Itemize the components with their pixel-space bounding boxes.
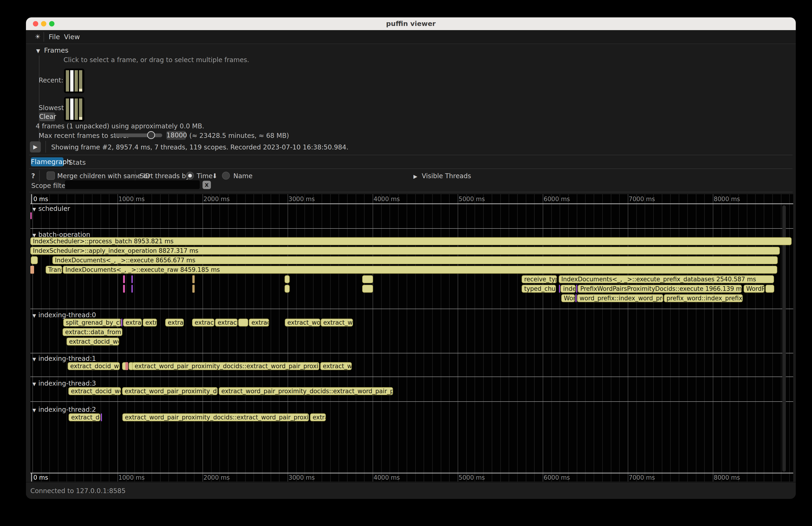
scope-bar[interactable]: IndexDocuments<_, _>::execute 8656.677 m… xyxy=(53,256,778,264)
sort-name-radio[interactable] xyxy=(222,172,230,179)
scope-bar[interactable]: extract_word_pair_proximity_docids::extr… xyxy=(219,387,393,395)
scope-bar[interactable]: extract_ xyxy=(215,319,237,326)
scope-bar[interactable]: extra xyxy=(143,319,157,326)
scope-bar[interactable]: typed_chunk::w xyxy=(522,285,556,293)
thread-header[interactable]: ▼scheduler xyxy=(32,205,70,213)
scope-bar[interactable]: index xyxy=(561,285,576,293)
scope-marker[interactable] xyxy=(125,362,128,370)
scope-marker[interactable] xyxy=(192,275,195,283)
scope-bar[interactable] xyxy=(31,256,38,264)
scope-marker[interactable] xyxy=(559,285,560,293)
frame-bar[interactable] xyxy=(75,99,78,120)
thread-section-separator xyxy=(30,228,793,229)
scope-bar[interactable]: extract::data_from_ob xyxy=(62,328,122,336)
scope-bar[interactable]: extract_word_pair_proximity_docids::extr… xyxy=(132,362,319,370)
tab-flamegraph[interactable]: Flamegraph xyxy=(31,157,63,166)
sort-time-radio[interactable] xyxy=(186,172,194,179)
frames-hint: Click to select a frame, or drag to sele… xyxy=(63,56,249,64)
scope-bar[interactable]: extract xyxy=(123,319,142,326)
tab-stats[interactable]: Stats xyxy=(69,159,86,166)
max-frames-slider[interactable] xyxy=(115,133,162,137)
thread-name: scheduler xyxy=(38,205,70,213)
menu-divider xyxy=(44,32,44,42)
scope-marker[interactable] xyxy=(101,413,102,421)
thread-header[interactable]: ▼indexing-thread:3 xyxy=(32,380,96,387)
menu-file[interactable]: File xyxy=(49,30,60,44)
theme-toggle-sun-icon[interactable]: ☀ xyxy=(35,30,41,44)
scope-marker[interactable] xyxy=(123,275,125,283)
scope-bar[interactable]: extrac xyxy=(310,413,326,421)
scope-bar[interactable] xyxy=(285,285,290,293)
menu-view[interactable]: View xyxy=(64,30,80,44)
scope-bar[interactable]: extract_wo xyxy=(320,362,352,370)
thread-header[interactable]: ▼indexing-thread:2 xyxy=(32,406,96,413)
scope-bar[interactable]: Trans xyxy=(46,266,62,274)
slider-knob[interactable] xyxy=(147,131,155,139)
frame-bar[interactable] xyxy=(75,70,78,91)
scope-bar[interactable]: extract_word_pair_proximity_docids xyxy=(122,387,218,395)
scope-marker[interactable] xyxy=(576,294,577,302)
recent-frames-thumbnail[interactable] xyxy=(64,69,84,93)
scope-marker[interactable] xyxy=(123,285,125,293)
scope-marker[interactable] xyxy=(131,285,133,293)
scope-bar[interactable]: Word xyxy=(561,294,575,302)
max-frames-value[interactable]: 18000 xyxy=(166,131,186,140)
frame-bar[interactable] xyxy=(70,99,73,120)
thread-header[interactable]: ▼indexing-thread:0 xyxy=(32,311,96,319)
frame-bar[interactable] xyxy=(79,99,82,120)
scope-bar[interactable]: WordPr xyxy=(744,285,765,293)
clear-button[interactable]: Clear xyxy=(39,112,55,121)
scope-marker[interactable] xyxy=(131,275,133,283)
clear-filter-button[interactable]: x xyxy=(203,181,211,189)
scope-bar[interactable] xyxy=(362,285,373,293)
scope-bar[interactable]: extract_docid_word xyxy=(67,338,119,346)
frame-bar-tip xyxy=(79,117,82,120)
frame-bar[interactable] xyxy=(70,70,73,91)
slowest-label: Slowest: xyxy=(39,104,66,112)
sort-time-arrow-icon[interactable]: ⬇ xyxy=(212,172,217,180)
scope-marker[interactable] xyxy=(121,319,122,326)
scope-bar[interactable]: PrefixWordPairsProximityDocids::execute … xyxy=(578,285,742,293)
frame-bar[interactable] xyxy=(79,70,82,91)
scope-bar[interactable]: extract_wo xyxy=(321,319,353,326)
scope-marker[interactable] xyxy=(192,285,195,293)
axis-tick-label: 7000 ms xyxy=(629,474,655,481)
scope-marker[interactable] xyxy=(30,212,32,219)
scope-marker[interactable] xyxy=(576,285,577,293)
scope-bar[interactable]: word_prefix::index_word_prefix_ xyxy=(577,294,663,302)
scope-bar[interactable]: IndexScheduler>::apply_index_operation 8… xyxy=(30,247,780,255)
scope-bar[interactable]: extract xyxy=(249,319,269,326)
scope-bar[interactable]: extract_ xyxy=(192,319,214,326)
scope-bar[interactable] xyxy=(285,275,290,283)
play-button[interactable]: ▶ xyxy=(30,141,41,152)
scope-filter-input[interactable] xyxy=(65,180,200,189)
scope-bar[interactable]: extract_word xyxy=(285,319,320,326)
scope-bar[interactable]: IndexScheduler>::process_batch 8953.821 … xyxy=(30,237,792,245)
scope-bar[interactable] xyxy=(362,275,373,283)
divider xyxy=(39,170,40,181)
scope-bar[interactable]: extract_docid_word xyxy=(68,387,121,395)
frame-bar[interactable] xyxy=(66,99,69,120)
scope-bar[interactable]: split_grenad_by_chun xyxy=(63,319,121,326)
scrollbar[interactable] xyxy=(782,205,786,472)
scope-bar[interactable]: IndexDocuments<_, _>::execute_prefix_dat… xyxy=(559,275,774,283)
scope-bar[interactable] xyxy=(238,319,248,326)
scope-marker[interactable] xyxy=(30,266,34,274)
visible-threads-header[interactable]: ▶ Visible Threads xyxy=(414,172,471,180)
connection-status: Connected to 127.0.0.1:8585 xyxy=(30,487,126,495)
thread-header[interactable]: ▼indexing-thread:1 xyxy=(32,355,96,362)
scope-bar[interactable]: IndexDocuments<_, _>::execute_raw 8459.1… xyxy=(63,266,777,274)
merge-children-checkbox[interactable] xyxy=(47,172,55,180)
scope-bar[interactable]: prefix_word::index_prefix_wo xyxy=(664,294,743,302)
scope-bar[interactable] xyxy=(765,285,774,293)
help-button[interactable]: ? xyxy=(31,172,35,180)
slowest-frames-thumbnail[interactable] xyxy=(64,97,84,121)
frame-bar[interactable] xyxy=(66,70,69,91)
scope-bar[interactable]: extract_doc xyxy=(69,413,100,421)
flamegraph-canvas[interactable]: 0 ms0 ms1000 ms1000 ms2000 ms2000 ms3000… xyxy=(30,194,793,482)
scope-bar[interactable]: extrac xyxy=(165,319,184,326)
frames-collapsible-header[interactable]: ▼ Frames xyxy=(36,46,68,54)
scope-bar[interactable]: extract_word_pair_proximity_docids::extr… xyxy=(122,413,309,421)
scope-bar[interactable]: extract_docid_word xyxy=(68,362,120,370)
scope-bar[interactable]: receive_typed_ xyxy=(522,275,557,283)
